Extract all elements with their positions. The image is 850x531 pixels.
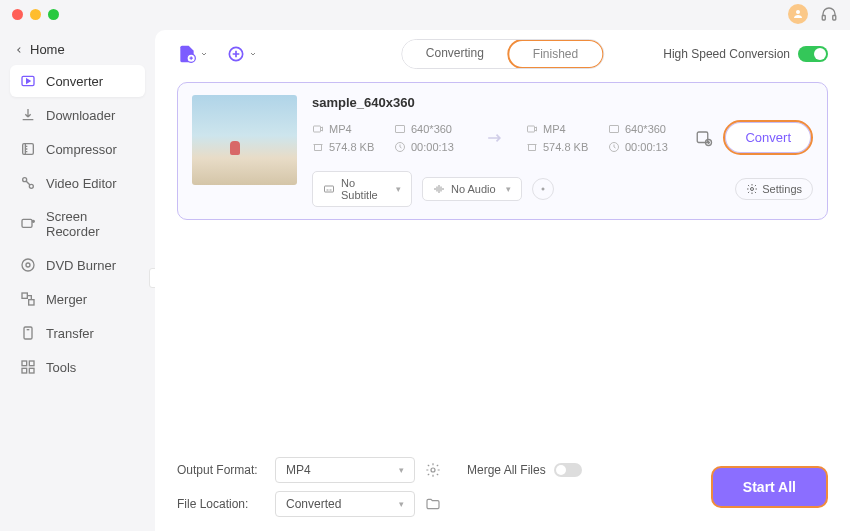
merge-toggle[interactable] [554,463,582,477]
sidebar-item-downloader[interactable]: Downloader [10,99,145,131]
file-plus-icon [177,44,197,64]
window-controls [12,9,59,20]
sidebar-item-screen-recorder[interactable]: Screen Recorder [10,201,145,247]
svg-point-31 [751,188,754,191]
output-format-select[interactable]: MP4 ▾ [275,457,415,483]
sidebar-label: Screen Recorder [46,209,135,239]
support-icon[interactable] [820,5,838,23]
gear-icon [746,183,758,195]
add-url-button[interactable] [226,44,257,64]
svg-rect-8 [22,219,32,227]
chevron-down-icon: ▾ [399,499,404,509]
sidebar-item-compressor[interactable]: Compressor [10,133,145,165]
svg-rect-1 [822,16,825,21]
minimize-window-button[interactable] [30,9,41,20]
svg-rect-13 [29,300,34,305]
sidebar-item-transfer[interactable]: Transfer [10,317,145,349]
transfer-icon [20,325,36,341]
video-editor-icon [20,175,36,191]
settings-button[interactable]: Settings [735,178,813,200]
sidebar-label: Video Editor [46,176,117,191]
sidebar-label: Merger [46,292,87,307]
link-plus-icon [226,44,246,64]
main-header: Converting Finished High Speed Conversio… [177,44,828,64]
chevron-down-icon [249,50,257,58]
converter-icon [20,73,36,89]
arrow-right-icon [476,128,512,148]
tab-finished[interactable]: Finished [507,39,604,69]
close-window-button[interactable] [12,9,23,20]
resolution-icon [394,123,406,135]
clock-icon [608,141,620,153]
svg-point-30 [542,188,544,190]
info-icon [537,183,549,195]
tab-converting[interactable]: Converting [402,40,508,68]
svg-rect-24 [528,126,535,132]
svg-rect-15 [22,361,27,366]
info-button[interactable] [532,178,554,200]
sidebar-item-merger[interactable]: Merger [10,283,145,315]
svg-rect-16 [29,361,34,366]
svg-point-11 [26,263,30,267]
sidebar-item-video-editor[interactable]: Video Editor [10,167,145,199]
svg-point-32 [431,468,435,472]
dvd-burner-icon [20,257,36,273]
chevron-down-icon [200,50,208,58]
svg-point-9 [32,220,34,222]
high-speed-label: High Speed Conversion [663,47,790,61]
video-icon [312,123,324,135]
video-thumbnail[interactable] [192,95,297,185]
home-link[interactable]: Home [10,36,145,63]
sidebar-label: Compressor [46,142,117,157]
svg-rect-18 [29,368,34,373]
folder-icon [425,496,441,512]
svg-rect-14 [24,327,32,339]
audio-dropdown[interactable]: No Audio ▾ [422,177,522,201]
home-label: Home [30,42,65,57]
footer: Output Format: MP4 ▾ Merge All Files Fil… [177,443,828,517]
resolution-icon [608,123,620,135]
file-name: sample_640x360 [312,95,813,110]
svg-rect-12 [22,293,27,298]
svg-rect-17 [22,368,27,373]
svg-rect-21 [314,126,321,132]
chevron-left-icon [14,45,24,55]
video-icon [526,123,538,135]
screen-recorder-icon [20,216,36,232]
output-settings-button[interactable] [425,462,441,478]
sidebar-label: Transfer [46,326,94,341]
svg-rect-25 [610,125,619,132]
svg-rect-5 [23,144,34,155]
sidebar-label: DVD Burner [46,258,116,273]
svg-rect-2 [833,16,836,21]
file-card: sample_640x360 MP4 640*360 574.8 KB 00:0… [177,82,828,220]
file-location-select[interactable]: Converted ▾ [275,491,415,517]
svg-point-10 [22,259,34,271]
size-icon [526,141,538,153]
sidebar: Home Converter Downloader Compressor Vid… [0,28,155,531]
merger-icon [20,291,36,307]
status-tabs: Converting Finished [401,39,604,69]
file-location-label: File Location: [177,497,265,511]
start-all-button[interactable]: Start All [711,466,828,508]
tools-icon [20,359,36,375]
subtitle-dropdown[interactable]: No Subtitle ▾ [312,171,412,207]
compressor-icon [20,141,36,157]
clock-icon [394,141,406,153]
maximize-window-button[interactable] [48,9,59,20]
sidebar-item-dvd-burner[interactable]: DVD Burner [10,249,145,281]
chevron-down-icon: ▾ [396,184,401,194]
open-folder-button[interactable] [425,496,441,512]
edit-output-button[interactable] [695,129,713,147]
main-panel: Converting Finished High Speed Conversio… [155,30,850,531]
add-file-button[interactable] [177,44,208,64]
sidebar-item-converter[interactable]: Converter [10,65,145,97]
convert-button[interactable]: Convert [723,120,813,155]
high-speed-toggle[interactable] [798,46,828,62]
user-avatar-button[interactable] [788,4,808,24]
titlebar [0,0,850,28]
svg-marker-4 [27,79,30,83]
sidebar-item-tools[interactable]: Tools [10,351,145,383]
downloader-icon [20,107,36,123]
svg-point-0 [796,10,800,14]
